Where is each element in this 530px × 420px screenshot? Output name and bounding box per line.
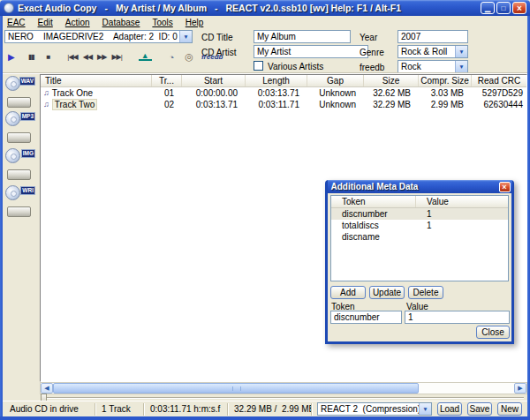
col-title[interactable]: Title [41, 75, 152, 86]
chevron-down-icon[interactable]: ▼ [455, 46, 467, 57]
track-length: 0:03:11.71 [246, 99, 307, 110]
window-title-album: My Artist / My Album [116, 3, 207, 13]
profile-new-button[interactable]: New [497, 402, 522, 416]
track-row[interactable]: ♫Track Two 02 0:03:13.71 0:03:11.71 Unkn… [41, 99, 526, 110]
fast-forward-icon[interactable]: ▶▶ [95, 53, 109, 61]
profile-load-button[interactable]: Load [437, 402, 462, 416]
token-input[interactable] [330, 311, 402, 324]
freedb-icon[interactable]: freedb [201, 53, 223, 61]
scrollbar-thumb[interactable] [53, 383, 419, 394]
menu-item-tools[interactable]: Tools [152, 18, 172, 27]
genre-selector[interactable]: Rock & Roll ▼ [398, 45, 468, 58]
track-table-header: Title Tr... Start Length Gap Size Compr.… [41, 75, 526, 87]
drive-selector[interactable]: NERO IMAGEDRIVE2 Adapter: 2 ID: 0 ▼ [4, 30, 193, 43]
rip-image-button[interactable]: IMG [4, 148, 35, 181]
track-length: 0:03:13.71 [246, 87, 307, 99]
menu-item-action[interactable]: Action [65, 18, 90, 27]
menu-item-eac[interactable]: EAC [7, 18, 26, 27]
track-start: 0:00:00.00 [182, 87, 246, 99]
eject-icon[interactable]: ▲ [139, 53, 152, 61]
track-compr-size: 2.99 MB [419, 99, 472, 110]
cd-artist-input[interactable] [254, 45, 368, 58]
stop-icon[interactable]: ■ [44, 53, 53, 61]
scroll-right-icon[interactable]: ▶ [514, 383, 526, 394]
rip-mp3-button[interactable]: MP3 [4, 111, 35, 144]
dialog-close-icon[interactable]: × [499, 182, 511, 192]
token-column-header[interactable]: Token [331, 196, 416, 207]
minimize-icon[interactable]: ▁ [481, 2, 495, 14]
cd-icon [5, 76, 20, 91]
dialog-close-button[interactable]: Close [476, 326, 510, 339]
add-button[interactable]: Add [330, 286, 366, 299]
rip-wav-button[interactable]: WAV [4, 76, 35, 109]
freedb-label: freedb [360, 63, 384, 72]
track-nr: 01 [152, 87, 182, 99]
meta-token-list[interactable]: Token Value discnumber 1 totaldiscs 1 di… [330, 195, 509, 281]
scroll-left-icon[interactable]: ◀ [41, 383, 53, 394]
title-separator: - [215, 3, 218, 13]
pause-icon[interactable]: ▮▮ [26, 53, 37, 61]
cd-title-input[interactable] [254, 30, 351, 43]
year-input[interactable] [398, 30, 468, 43]
horizontal-scrollbar[interactable]: ◀ ▶ [40, 382, 527, 394]
col-length[interactable]: Length [246, 75, 307, 86]
menu-item-database[interactable]: Database [102, 18, 140, 27]
drive-status: Audio CD in drive [10, 403, 95, 416]
track-size: 32.29 MB [364, 99, 419, 110]
value-input[interactable] [405, 311, 510, 324]
mp3-badge: MP3 [20, 112, 35, 121]
various-artists-checkbox[interactable] [254, 61, 263, 71]
col-tracknr[interactable]: Tr... [152, 75, 182, 86]
track-count: 1 Track [95, 403, 144, 416]
skip-end-icon[interactable]: ▶▶| [109, 53, 124, 61]
track-title: Track Two [52, 99, 98, 110]
cd-icon [5, 185, 20, 200]
harddrive-icon [7, 97, 31, 108]
col-read-crc[interactable]: Read CRC [472, 75, 526, 86]
cd-player-icon[interactable]: ◎ [182, 51, 196, 63]
wri-badge: WRI [20, 186, 35, 195]
profile-selector[interactable]: REACT 2 (Compression) ▼ [317, 402, 432, 416]
track-compr-size: 3.03 MB [419, 87, 472, 99]
delete-button[interactable]: Delete [408, 286, 443, 299]
meta-list-item[interactable]: totaldiscs 1 [331, 220, 508, 231]
meta-value [416, 231, 508, 243]
meta-token: discname [331, 231, 416, 243]
col-size[interactable]: Size [364, 75, 419, 86]
chevron-down-icon[interactable]: ▼ [179, 31, 192, 42]
meta-token: totaldiscs [331, 220, 416, 231]
chevron-down-icon[interactable]: ▼ [419, 403, 431, 415]
dialog-body: Token Value discnumber 1 totaldiscs 1 di… [328, 193, 511, 339]
title-separator: - [104, 3, 108, 13]
menu-item-help[interactable]: Help [186, 18, 204, 27]
rewind-icon[interactable]: ◀◀ [80, 53, 95, 61]
meta-list-item[interactable]: discnumber 1 [331, 208, 508, 220]
position-slider-track[interactable] [44, 397, 524, 399]
maximize-icon[interactable]: □ [496, 2, 511, 14]
titlebar[interactable]: Exact Audio Copy - My Artist / My Album … [0, 0, 530, 16]
cd-icon [5, 148, 20, 163]
menu-item-edit[interactable]: Edit [38, 18, 53, 27]
update-button[interactable]: Update [369, 286, 405, 299]
close-icon[interactable]: × [512, 2, 526, 14]
menubar: EAC Edit Action Database Tools Help [3, 16, 527, 28]
freedb-category-selector[interactable]: Rock ▼ [398, 60, 468, 73]
skip-start-icon[interactable]: |◀◀ [64, 53, 80, 61]
track-row[interactable]: ♫Track One 01 0:00:00.00 0:03:13.71 Unkn… [41, 87, 526, 99]
year-label: Year [360, 33, 377, 42]
col-compr-size[interactable]: Compr. Size [419, 75, 472, 86]
eac-window: Exact Audio Copy - My Artist / My Album … [0, 0, 530, 420]
dialog-titlebar[interactable]: Additional Meta Data × [328, 180, 512, 193]
meta-list-item[interactable]: discname [331, 231, 508, 243]
value-column-header[interactable]: Value [416, 196, 508, 207]
col-gap[interactable]: Gap [307, 75, 364, 86]
col-start[interactable]: Start [182, 75, 246, 86]
cd-timer-icon[interactable]: ◔ [166, 52, 178, 63]
window-controls: ▁ □ × [481, 2, 530, 14]
profile-save-button[interactable]: Save [467, 402, 492, 416]
transport-toolbar: ▶ ▮▮ ■ |◀◀ ◀◀ ▶▶ ▶▶| ▲ ◔ ◎ freedb [5, 51, 223, 63]
track-gap: Unknown [307, 87, 364, 99]
play-icon[interactable]: ▶ [5, 52, 17, 62]
write-cd-button[interactable]: WRI [4, 185, 35, 218]
chevron-down-icon[interactable]: ▼ [455, 61, 467, 72]
